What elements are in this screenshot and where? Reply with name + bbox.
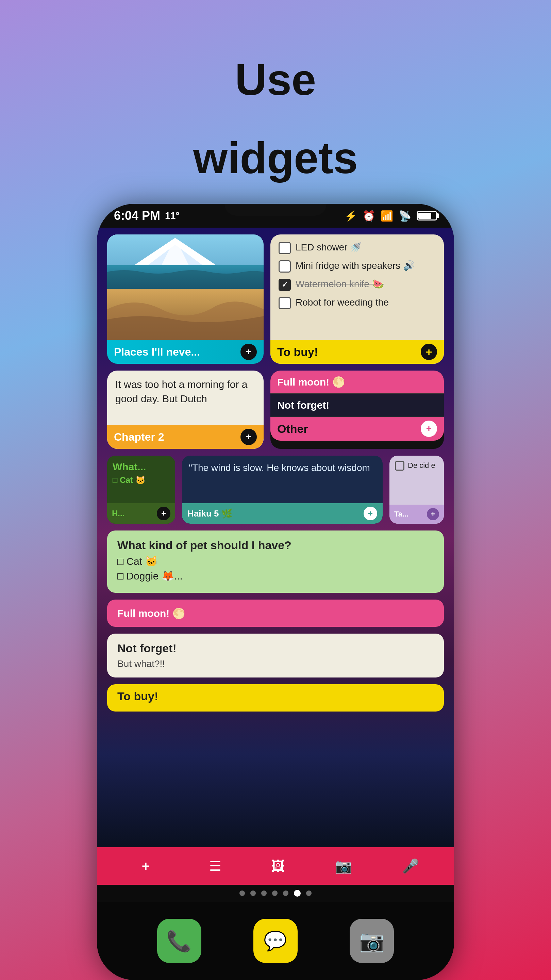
checklist-footer-label: To buy! <box>277 345 318 359</box>
list-card-1-item2: □ Doggie 🦊... <box>118 570 183 582</box>
notes-footer-label: Other <box>277 422 308 436</box>
mic-icon[interactable]: 🎤 <box>402 858 419 874</box>
dock-notes[interactable]: 💬 <box>253 919 298 963</box>
phone-notch <box>224 204 327 216</box>
checklist-item-3-text: Watermelon knife 🍉 <box>295 278 384 290</box>
list-card-1-title: What kind of pet should I have? <box>118 539 433 552</box>
list-card-3-sub: But what?!! <box>118 659 433 669</box>
list-card-3-title: Not forget! <box>118 642 433 655</box>
checklist-widget[interactable]: LED shower 🚿 Mini fridge with speakers 🔊… <box>270 234 444 364</box>
dot-2 <box>250 891 256 896</box>
dot-7 <box>306 891 311 896</box>
notes-widget[interactable]: Full moon! 🌕 Not forget! Other + <box>270 371 444 449</box>
dot-5 <box>283 891 288 896</box>
small-widget-check: □ Cat 🐱 <box>113 476 170 485</box>
dot-4 <box>272 891 278 896</box>
tiny-add-btn[interactable]: + <box>427 508 439 520</box>
battery-icon <box>417 211 437 221</box>
full-list-card-4[interactable]: To buy! <box>107 684 444 711</box>
small-footer-text: H... <box>112 509 124 518</box>
book-add-btn[interactable]: + <box>240 429 257 445</box>
full-list-card-3[interactable]: Not forget! But what?!! <box>107 633 444 678</box>
full-list-card-1[interactable]: What kind of pet should I have? □ Cat 🐱 … <box>107 530 444 593</box>
phone-icon: 📞 <box>166 929 192 953</box>
dot-1 <box>240 891 245 896</box>
nav-add-btn[interactable]: + <box>132 853 159 880</box>
notes-item-2[interactable]: Not forget! <box>270 394 444 417</box>
bluetooth-icon: ⚡ <box>345 210 357 222</box>
checklist-item-2-text: Mini fridge with speakers 🔊 <box>295 259 415 272</box>
small-widget[interactable]: What... □ Cat 🐱 H... + <box>107 456 175 524</box>
notes-item-1-text: Full moon! 🌕 <box>277 376 345 388</box>
dot-6 <box>294 890 301 897</box>
book-widget[interactable]: It was too hot a morning for a good day.… <box>107 371 264 449</box>
alarm-icon: ⏰ <box>362 210 375 222</box>
checklist-add-btn[interactable]: + <box>421 344 437 360</box>
add-icon: + <box>142 859 150 874</box>
list-card-4-text: To buy! <box>118 690 158 703</box>
tiny-footer-text: Ta... <box>394 510 408 519</box>
checklist-item-4-text: Robot for weeding the <box>295 296 389 309</box>
notes-add-btn[interactable]: + <box>421 421 437 437</box>
checklist-item-4: Robot for weeding the <box>279 296 436 309</box>
checklist-item-2: Mini fridge with speakers 🔊 <box>279 259 436 272</box>
medium-content: "The wind is slow. He knows about wisdom <box>189 461 376 498</box>
page-dots <box>97 885 454 902</box>
photo-widget[interactable]: Places I'll neve... + <box>107 234 264 364</box>
dock-camera[interactable]: 📷 <box>349 919 394 963</box>
checklist-item-1: LED shower 🚿 <box>279 241 436 254</box>
title-line2: widgets <box>193 133 358 184</box>
home-dock: 📞 💬 📷 <box>97 902 454 980</box>
photo-widget-label-text: Places I'll neve... <box>114 346 200 358</box>
signal-icon: 📶 <box>381 210 393 222</box>
medium-widget[interactable]: "The wind is slow. He knows about wisdom… <box>182 456 383 524</box>
bottom-nav: + ☰ 🖼 📷 🎤 <box>97 847 454 885</box>
notes-icon: 💬 <box>264 930 287 952</box>
phone-screen: Places I'll neve... + LED shower 🚿 Mini … <box>97 228 454 847</box>
medium-footer-text: Haiku 5 🌿 <box>187 508 232 519</box>
title-line1: Use <box>193 54 358 105</box>
wifi-icon: 📡 <box>399 210 411 222</box>
small-add-btn[interactable]: + <box>157 507 170 520</box>
list-card-2-text: Full moon! 🌕 <box>118 608 185 619</box>
page-title: Use widgets <box>193 27 358 183</box>
dock-phone[interactable]: 📞 <box>157 919 202 963</box>
book-chapter-label: Chapter 2 <box>114 431 164 443</box>
camera-icon[interactable]: 📷 <box>335 858 352 874</box>
dot-3 <box>261 891 267 896</box>
tiny-widget-text: De cid e <box>408 461 435 470</box>
medium-add-btn[interactable]: + <box>364 507 377 520</box>
checklist-item-1-text: LED shower 🚿 <box>295 241 362 253</box>
small-widget-title: What... <box>113 461 170 473</box>
notes-item-1[interactable]: Full moon! 🌕 <box>270 371 444 394</box>
camera-dock-icon: 📷 <box>359 929 385 953</box>
gallery-icon[interactable]: 🖼 <box>272 859 285 874</box>
full-list-card-2[interactable]: Full moon! 🌕 <box>107 600 444 627</box>
checklist-item-3: ✓ Watermelon knife 🍉 <box>279 278 436 291</box>
list-card-1-item1: □ Cat 🐱 <box>118 555 157 567</box>
notes-item-2-text: Not forget! <box>277 399 329 411</box>
tiny-widget[interactable]: De cid e Ta... + <box>389 456 444 524</box>
phone-frame: 6:04 PM 11° ⚡ ⏰ 📶 📡 <box>97 204 454 980</box>
status-temp: 11° <box>165 210 179 221</box>
list-icon[interactable]: ☰ <box>209 858 221 874</box>
status-time: 6:04 PM <box>114 208 160 223</box>
photo-widget-add-btn[interactable]: + <box>240 344 257 360</box>
